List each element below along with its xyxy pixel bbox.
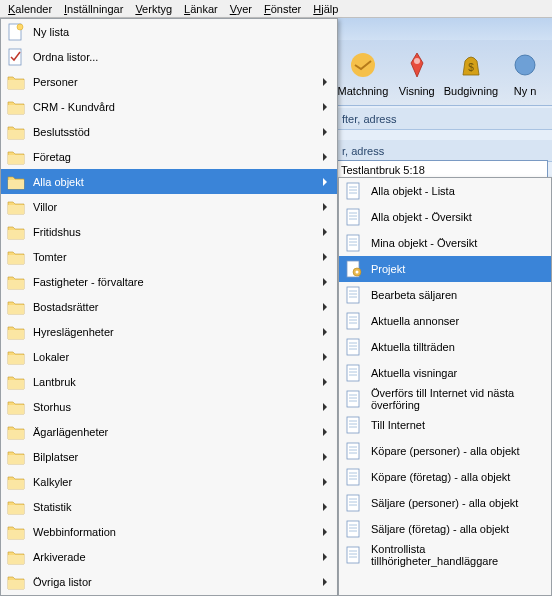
submenu-item[interactable]: Projekt	[339, 256, 551, 282]
dropdown-item-label: Arkiverade	[33, 551, 323, 563]
submenu-arrow-icon	[323, 203, 327, 211]
dropdown-item-label: Tomter	[33, 251, 323, 263]
submenu-item[interactable]: Säljare (personer) - alla objekt	[339, 490, 551, 516]
dropdown-item[interactable]: Lantbruk	[1, 369, 337, 394]
folder-icon	[7, 98, 25, 116]
submenu-item[interactable]: Bearbeta säljaren	[339, 282, 551, 308]
pin-icon	[401, 49, 433, 81]
dropdown-item[interactable]: Lokaler	[1, 344, 337, 369]
submenu-item[interactable]: Mina objekt - Översikt	[339, 230, 551, 256]
dropdown-item[interactable]: Fastigheter - förvaltare	[1, 269, 337, 294]
menubar-item[interactable]: Kalender	[2, 2, 58, 16]
dropdown-item-label: Villor	[33, 201, 323, 213]
dropdown-item[interactable]: Hyreslägenheter	[1, 319, 337, 344]
menubar-item[interactable]: Verktyg	[129, 2, 178, 16]
submenu-arrow-icon	[323, 328, 327, 336]
submenu-item-label: Säljare (personer) - alla objekt	[371, 497, 518, 509]
doc-icon	[345, 520, 363, 538]
doc-icon	[345, 208, 363, 226]
dropdown-item-label: Ordna listor...	[33, 51, 333, 63]
submenu-item[interactable]: Köpare (företag) - alla objekt	[339, 464, 551, 490]
submenu-item[interactable]: Kontrollista tillhörigheter_handläggare	[339, 542, 551, 568]
dropdown-item[interactable]: Ordna listor...	[1, 44, 337, 69]
dropdown-item-label: CRM - Kundvård	[33, 101, 323, 113]
folder-icon	[7, 373, 25, 391]
dropdown-item[interactable]: Storhus	[1, 394, 337, 419]
submenu-item-label: Kontrollista tillhörigheter_handläggare	[371, 543, 545, 567]
folder-icon	[7, 223, 25, 241]
submenu-item-label: Alla objekt - Lista	[371, 185, 455, 197]
submenu-item[interactable]: Alla objekt - Översikt	[339, 204, 551, 230]
dropdown-item[interactable]: Bostadsrätter	[1, 294, 337, 319]
submenu-item-label: Köpare (personer) - alla objekt	[371, 445, 520, 457]
doc-icon	[345, 546, 363, 564]
dropdown-item[interactable]: Beslutsstöd	[1, 119, 337, 144]
toolbar-button-label: Visning	[390, 85, 444, 97]
menubar-item[interactable]: Fönster	[258, 2, 307, 16]
doc-icon	[345, 468, 363, 486]
doc-icon	[345, 312, 363, 330]
dropdown-item-label: Lokaler	[33, 351, 323, 363]
toolbar-button-label: Ny n	[498, 85, 552, 97]
doc-icon	[345, 182, 363, 200]
new-doc-icon	[7, 23, 25, 41]
dropdown-item[interactable]: Övriga listor	[1, 569, 337, 594]
filter-hint-1: fter, adress	[342, 113, 396, 125]
filter-hint-row-2: r, adress	[336, 140, 552, 162]
dropdown-item[interactable]: Alla objekt	[1, 169, 337, 194]
dropdown-item-label: Ägarlägenheter	[33, 426, 323, 438]
dropdown-item[interactable]: Ägarlägenheter	[1, 419, 337, 444]
submenu-item[interactable]: Köpare (personer) - alla objekt	[339, 438, 551, 464]
object-selector-value: Testlantbruk 5:18	[341, 164, 425, 176]
submenu-item-label: Projekt	[371, 263, 405, 275]
dropdown-item[interactable]: Tomter	[1, 244, 337, 269]
submenu-item[interactable]: Aktuella annonser	[339, 308, 551, 334]
submenu-item[interactable]: Alla objekt - Lista	[339, 178, 551, 204]
dropdown-item-label: Bilplatser	[33, 451, 323, 463]
dropdown-item[interactable]: Villor	[1, 194, 337, 219]
dropdown-item-label: Kalkyler	[33, 476, 323, 488]
submenu-item-label: Till Internet	[371, 419, 425, 431]
dropdown-item[interactable]: Arkiverade	[1, 544, 337, 569]
dropdown-item[interactable]: Webbinformation	[1, 519, 337, 544]
toolbar-button[interactable]: Budgivning	[444, 49, 498, 97]
dropdown-item[interactable]: CRM - Kundvård	[1, 94, 337, 119]
gear-doc-icon	[345, 260, 363, 278]
dropdown-item[interactable]: Fritidshus	[1, 219, 337, 244]
dropdown-item-label: Personer	[33, 76, 323, 88]
dropdown-item-label: Bostadsrätter	[33, 301, 323, 313]
submenu-arrow-icon	[323, 228, 327, 236]
menubar-item[interactable]: Hjälp	[307, 2, 344, 16]
dropdown-item-label: Ny lista	[33, 26, 333, 38]
menubar-item[interactable]: Vyer	[224, 2, 258, 16]
doc-icon	[345, 286, 363, 304]
generic-icon	[509, 49, 541, 81]
submenu-arrow-icon	[323, 428, 327, 436]
dropdown-item[interactable]: Bilplatser	[1, 444, 337, 469]
dropdown-item[interactable]: Kalkyler	[1, 469, 337, 494]
toolbar-button[interactable]: Visning	[390, 49, 444, 97]
dropdown-item[interactable]: Statistik	[1, 494, 337, 519]
submenu-item-label: Aktuella tillträden	[371, 341, 455, 353]
folder-icon	[7, 123, 25, 141]
menubar-item[interactable]: Inställningar	[58, 2, 129, 16]
folder-icon	[7, 423, 25, 441]
submenu-item-label: Köpare (företag) - alla objekt	[371, 471, 510, 483]
submenu-item[interactable]: Aktuella tillträden	[339, 334, 551, 360]
submenu-item[interactable]: Säljare (företag) - alla objekt	[339, 516, 551, 542]
toolbar-button[interactable]: Matchning	[336, 49, 390, 97]
toolbar-button[interactable]: Ny n	[498, 49, 552, 97]
folder-icon	[7, 73, 25, 91]
menubar-item[interactable]: Länkar	[178, 2, 224, 16]
submenu-item[interactable]: Överförs till Internet vid nästa överför…	[339, 386, 551, 412]
dropdown-item[interactable]: Personer	[1, 69, 337, 94]
filter-hint-2: r, adress	[342, 145, 384, 157]
dropdown-item[interactable]: Ny lista	[1, 19, 337, 44]
dropdown-item[interactable]: Företag	[1, 144, 337, 169]
submenu-item[interactable]: Till Internet	[339, 412, 551, 438]
submenu-arrow-icon	[323, 128, 327, 136]
submenu-arrow-icon	[323, 578, 327, 586]
submenu-item[interactable]: Aktuella visningar	[339, 360, 551, 386]
submenu-arrow-icon	[323, 453, 327, 461]
submenu-item-label: Aktuella visningar	[371, 367, 457, 379]
